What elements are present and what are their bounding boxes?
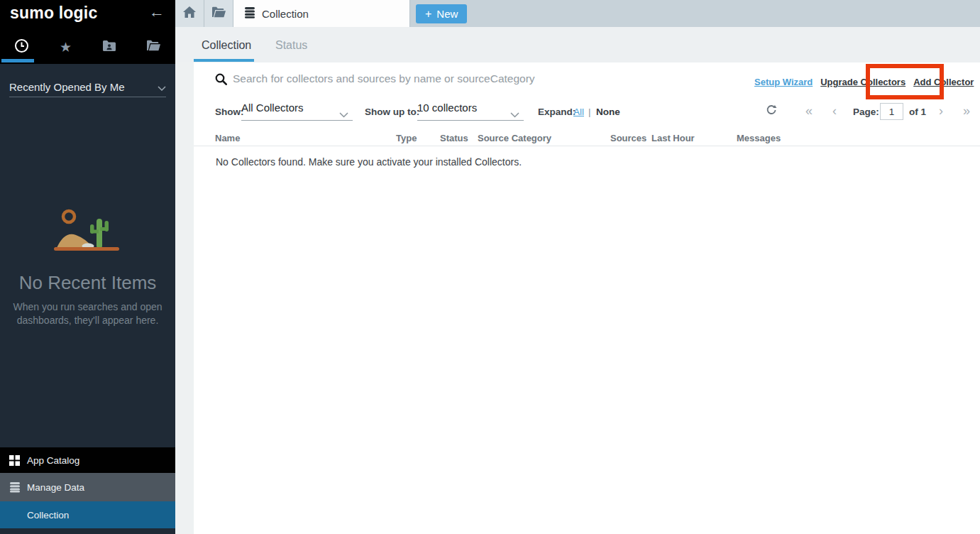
column-header-type[interactable]: Type <box>396 133 417 143</box>
chevron-down-icon <box>510 108 519 120</box>
collectors-table-header: Name Type Status Source Category Sources… <box>194 131 980 146</box>
content-gutter <box>175 62 194 534</box>
sidebar-item-label: Manage Data <box>27 482 84 493</box>
recents-tab[interactable] <box>0 36 44 58</box>
open-folder-icon <box>211 6 226 21</box>
tab-collection[interactable]: Collection <box>202 39 251 52</box>
plus-icon: + <box>425 9 431 20</box>
empty-table-message: No Collectors found. Make sure you activ… <box>216 156 522 168</box>
active-tab-underline <box>194 59 254 62</box>
sidebar-item-label: Collection <box>27 510 69 521</box>
show-filter-label: Show: <box>215 107 244 117</box>
sidebar: sumo logic ← ★ <box>0 0 175 534</box>
database-icon <box>9 481 21 493</box>
open-folder-icon <box>146 40 161 54</box>
recent-filter-label: Recently Opened By Me <box>9 81 125 93</box>
star-icon: ★ <box>60 40 72 54</box>
sidebar-item-label: App Catalog <box>27 455 79 466</box>
show-filter-dropdown[interactable]: All Collectors <box>241 102 353 121</box>
database-icon <box>244 6 255 21</box>
ground-shape <box>54 247 119 251</box>
chevron-down-icon <box>158 81 166 93</box>
column-header-name[interactable]: Name <box>215 133 240 143</box>
new-button[interactable]: + New <box>416 4 467 23</box>
active-tab-indicator <box>1 59 34 62</box>
column-header-source-category[interactable]: Source Category <box>478 133 551 143</box>
sun-icon <box>63 211 75 222</box>
sumo-logic-app: sumo logic ← ★ <box>0 0 980 534</box>
sidebar-icon-tabs: ★ <box>0 36 175 58</box>
page-count-label: of 1 <box>909 107 926 117</box>
previous-page-button[interactable]: ‹ <box>832 104 837 119</box>
first-page-button[interactable]: « <box>805 104 813 119</box>
collector-action-links: Setup Wizard Upgrade Collectors Add Coll… <box>754 77 980 87</box>
last-page-button[interactable]: » <box>963 104 970 119</box>
library-tab[interactable] <box>131 36 175 58</box>
open-library-button[interactable] <box>204 0 233 27</box>
refresh-icon <box>766 106 777 118</box>
refresh-button[interactable] <box>766 104 777 119</box>
setup-wizard-link[interactable]: Setup Wizard <box>754 77 813 87</box>
column-header-status[interactable]: Status <box>440 133 468 143</box>
sidebar-header: sumo logic ← ★ <box>0 0 175 64</box>
column-header-sources[interactable]: Sources <box>610 133 646 143</box>
add-collector-link[interactable]: Add Collector <box>913 77 974 87</box>
sidebar-item-app-catalog[interactable]: App Catalog <box>0 447 175 473</box>
desert-illustration <box>53 207 123 257</box>
expand-none-link[interactable]: None <box>596 107 620 117</box>
recent-items-filter-dropdown[interactable]: Recently Opened By Me <box>9 77 166 97</box>
sidebar-item-collection[interactable]: Collection <box>0 501 175 528</box>
personal-folder-tab[interactable] <box>88 36 132 58</box>
tab-title: Collection <box>262 8 309 20</box>
search-icon <box>215 73 227 88</box>
favorites-tab[interactable]: ★ <box>44 36 88 58</box>
expand-label: Expand: <box>538 107 576 117</box>
cactus-trunk <box>97 219 102 249</box>
grid-icon <box>9 455 21 466</box>
page-label: Page: <box>853 107 879 117</box>
column-header-last-hour[interactable]: Last Hour <box>651 133 695 143</box>
collection-document-tab[interactable]: Collection <box>233 0 410 27</box>
tab-status[interactable]: Status <box>275 39 307 52</box>
upgrade-collectors-link[interactable]: Upgrade Collectors <box>820 77 905 87</box>
clock-icon <box>14 38 29 56</box>
show-filter-value: All Collectors <box>241 102 304 114</box>
limit-filter-value: 10 collectors <box>417 102 477 114</box>
no-recent-items-title: No Recent Items <box>0 272 175 294</box>
page-tabs: Collection Status <box>175 27 980 62</box>
new-button-label: New <box>436 8 458 20</box>
collection-panel: Setup Wizard Upgrade Collectors Add Coll… <box>194 62 980 534</box>
limit-filter-dropdown[interactable]: 10 collectors <box>417 102 524 121</box>
no-recent-items-caption: When you run searches and open dashboard… <box>0 300 175 327</box>
column-header-messages[interactable]: Messages <box>737 133 781 143</box>
sidebar-item-manage-data[interactable]: Manage Data <box>0 473 175 501</box>
sumo-logic-logo: sumo logic <box>10 4 97 23</box>
expand-divider: | <box>588 107 591 117</box>
personal-folder-icon <box>102 40 116 55</box>
top-tab-bar: Collection + New <box>175 0 980 27</box>
collapse-sidebar-icon[interactable]: ← <box>149 3 165 21</box>
home-icon <box>183 6 196 21</box>
search-input[interactable] <box>233 70 694 88</box>
limit-filter-label: Show up to: <box>365 107 419 117</box>
next-page-button[interactable]: › <box>939 104 943 119</box>
home-button[interactable] <box>175 0 204 27</box>
page-number-input[interactable] <box>880 103 903 120</box>
expand-all-link[interactable]: All <box>573 107 584 117</box>
chevron-down-icon <box>339 108 348 120</box>
